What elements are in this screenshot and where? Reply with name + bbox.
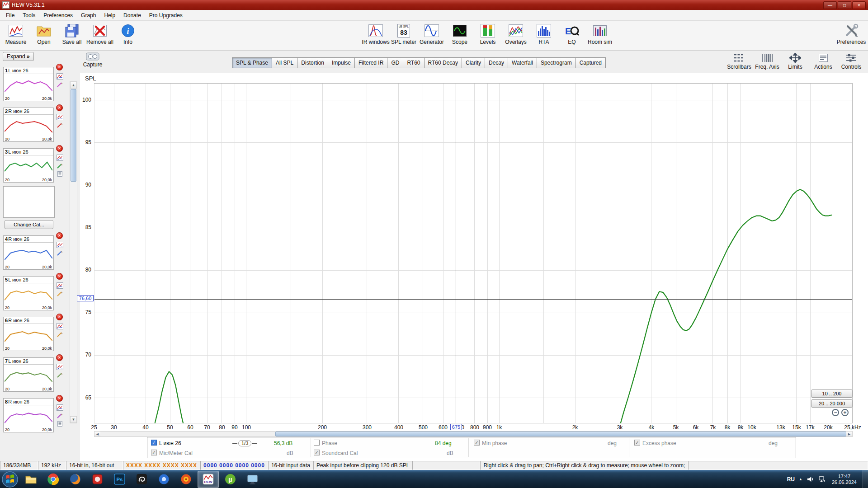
mic-cal-checkbox[interactable] [151,450,157,455]
overlays-button[interactable]: Overlays [502,22,530,50]
taskbar-red-app-button[interactable] [87,471,108,488]
expand-sidebar-button[interactable]: Expand » [3,52,34,61]
scroll-right-arrow[interactable] [846,432,852,436]
measurement-thumbnail-4[interactable]: 4R июн 262020,0k [3,235,54,270]
measurement-graph-icon[interactable] [57,323,63,329]
freq-range-10-200-button[interactable]: 10 .. 200 [811,389,853,398]
measurement-graph-icon[interactable] [57,364,63,370]
language-indicator[interactable]: RU [787,476,795,483]
taskbar-chrome-button[interactable] [42,471,64,488]
close-button[interactable]: × [852,1,866,9]
chart-horizontal-scrollbar[interactable] [94,431,853,437]
taskbar-firefox-button[interactable] [65,471,86,488]
zoom-in-freq-button[interactable] [841,409,849,416]
remove-measurement-button[interactable] [56,273,63,280]
measurement-graph-icon[interactable] [57,73,63,80]
minimize-button[interactable]: — [823,1,837,9]
scroll-down-arrow[interactable] [70,416,77,423]
scope-button[interactable]: Scope [446,22,474,50]
menu-donate[interactable]: Donate [119,10,145,20]
sidebar-scrollbar[interactable] [70,81,77,423]
menu-preferences[interactable]: Preferences [39,10,77,20]
scroll-left-arrow[interactable] [94,432,100,436]
measurement-graph-icon[interactable] [57,282,63,289]
levels-button[interactable]: Levels [474,22,502,50]
sidebar-scrollbar-thumb[interactable] [71,89,76,182]
actions-button[interactable]: Actions [809,52,837,70]
scrollbars-button[interactable]: Scrollbars [725,52,753,70]
measurement-graph-icon[interactable] [57,114,63,120]
spl-meter-button[interactable]: dB SPL83SPL meter [390,22,418,50]
info-button[interactable]: iInfo [114,22,142,50]
maximize-button[interactable]: □ [838,1,851,9]
remove-measurement-button[interactable] [56,145,63,152]
save-all-button[interactable]: Save all [58,22,86,50]
freq-axis-button[interactable]: Freq. Axis [753,52,781,70]
tab-filtered-ir[interactable]: Filtered IR [354,57,387,68]
freq-range-20-20-000-button[interactable]: 20 .. 20 000 [811,399,853,408]
tab-gd[interactable]: GD [387,57,403,68]
spl-chart-plot[interactable] [94,83,853,423]
start-button[interactable] [1,471,19,488]
rta-button[interactable]: RTA [530,22,558,50]
controls-button[interactable]: Controls [837,52,865,70]
remove-measurement-button[interactable] [56,232,63,239]
min-phase-checkbox[interactable] [474,440,480,446]
remove-measurement-button[interactable] [56,395,63,402]
limits-button[interactable]: Limits [781,52,809,70]
tab-distortion[interactable]: Distortion [297,57,328,68]
tab-spl-phase[interactable]: SPL & Phase [232,57,272,68]
zoom-out-freq-button[interactable] [832,409,839,416]
measurement-graph-icon[interactable] [57,155,63,161]
measurement-trace-icon[interactable] [57,291,63,297]
clock[interactable]: 17:47 26.06.2024 [832,474,857,485]
measurement-thumbnail-5[interactable]: 5L июн 262020,0k [3,276,54,310]
trace-visible-checkbox[interactable] [151,440,157,446]
excess-phase-checkbox[interactable] [634,440,640,446]
measurement-notes-icon[interactable] [57,421,63,427]
measurement-trace-icon[interactable] [57,331,63,338]
taskbar-display-button[interactable] [242,471,263,488]
phase-checkbox[interactable] [314,440,320,446]
soundcard-cal-checkbox[interactable] [314,450,320,455]
tab-spectrogram[interactable]: Spectrogram [537,57,576,68]
preferences-button[interactable]: Preferences [837,22,865,50]
measurement-trace-icon[interactable] [57,163,63,169]
tray-expand-icon[interactable] [799,477,802,481]
measurement-trace-icon[interactable] [57,122,63,128]
menu-file[interactable]: File [2,10,19,20]
tab-captured[interactable]: Captured [576,57,606,68]
remove-measurement-button[interactable] [56,64,63,70]
menu-tools[interactable]: Tools [19,10,39,20]
measurement-thumbnail-3[interactable]: 3L июн 262020,0k [3,148,54,183]
measurement-thumbnail-1[interactable]: 1L июн 262020,0k [3,67,54,101]
capture-button[interactable]: Capture [80,52,106,68]
menu-pro-upgrades[interactable]: Pro Upgrades [145,10,187,20]
measurement-thumbnail-2[interactable]: 2R июн 262020,0k [3,108,54,142]
measurement-graph-icon[interactable] [57,242,63,248]
tab-all-spl[interactable]: All SPL [272,57,297,68]
tab-rt60[interactable]: RT60 [403,57,424,68]
taskbar-orange-app-button[interactable] [175,471,197,488]
taskbar-rew-button[interactable]: REW [198,471,219,488]
menu-help[interactable]: Help [100,10,119,20]
measurement-thumbnail-7[interactable]: 7L июн 262020,0k [3,357,54,392]
tab-waterfall[interactable]: Waterfall [508,57,537,68]
volume-icon[interactable] [807,476,814,483]
network-icon[interactable] [818,476,826,483]
taskbar-photoshop-button[interactable]: Ps [109,471,130,488]
measurement-notes-icon[interactable] [57,171,63,177]
ir-windows-button[interactable]: IR windows [362,22,390,50]
measurement-graph-icon[interactable] [57,404,63,411]
show-desktop-button[interactable] [863,470,868,488]
menu-graph[interactable]: Graph [77,10,100,20]
remove-all-button[interactable]: Remove all [86,22,114,50]
measurement-trace-icon[interactable] [57,250,63,256]
open-button[interactable]: Open [30,22,58,50]
tab-clarity[interactable]: Clarity [462,57,485,68]
remove-measurement-button[interactable] [56,314,63,320]
tab-decay[interactable]: Decay [485,57,508,68]
measure-button[interactable]: Measure [2,22,30,50]
taskbar-utorrent-button[interactable]: µ [220,471,241,488]
remove-measurement-button[interactable] [56,354,63,361]
